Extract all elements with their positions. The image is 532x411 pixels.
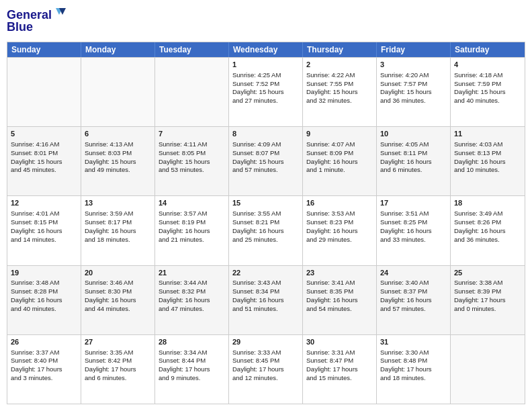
day-info: Daylight: 17 hours bbox=[159, 365, 225, 374]
day-info: Sunset: 8:21 PM bbox=[232, 218, 299, 227]
calendar-cell-empty bbox=[7, 58, 81, 126]
calendar-cell: 3Sunrise: 4:20 AMSunset: 7:57 PMDaylight… bbox=[377, 58, 451, 126]
day-number: 20 bbox=[85, 268, 151, 278]
day-info: and 54 minutes. bbox=[306, 305, 373, 314]
day-info: Sunrise: 3:31 AM bbox=[306, 349, 373, 357]
day-info: Sunrise: 4:16 AM bbox=[11, 140, 77, 149]
calendar-cell: 20Sunrise: 3:46 AMSunset: 8:30 PMDayligh… bbox=[81, 266, 155, 334]
day-of-week-header: Monday bbox=[81, 42, 155, 57]
day-info: and 53 minutes. bbox=[159, 166, 225, 175]
day-info: Sunset: 8:37 PM bbox=[380, 287, 447, 296]
calendar-cell: 5Sunrise: 4:16 AMSunset: 8:01 PMDaylight… bbox=[7, 127, 81, 195]
day-info: Sunrise: 4:11 AM bbox=[159, 140, 225, 149]
calendar-cell: 31Sunrise: 3:30 AMSunset: 8:48 PMDayligh… bbox=[377, 335, 451, 404]
day-info: and 25 minutes. bbox=[232, 236, 299, 244]
day-info: Sunrise: 3:43 AM bbox=[232, 279, 299, 287]
day-info: and 18 minutes. bbox=[85, 236, 151, 244]
calendar-row: 19Sunrise: 3:48 AMSunset: 8:28 PMDayligh… bbox=[7, 265, 525, 334]
day-info: and 1 minute. bbox=[306, 166, 373, 175]
day-info: and 49 minutes. bbox=[85, 166, 151, 175]
day-info: Sunrise: 3:49 AM bbox=[454, 210, 521, 218]
header: General Blue bbox=[7, 7, 525, 36]
day-info: Sunrise: 3:30 AM bbox=[380, 349, 447, 357]
day-number: 9 bbox=[306, 129, 373, 139]
day-info: Daylight: 15 hours bbox=[85, 158, 151, 167]
day-info: Daylight: 16 hours bbox=[380, 158, 447, 167]
calendar-cell: 16Sunrise: 3:53 AMSunset: 8:23 PMDayligh… bbox=[303, 196, 377, 265]
calendar-row: 1Sunrise: 4:25 AMSunset: 7:52 PMDaylight… bbox=[7, 57, 525, 126]
calendar-row: 5Sunrise: 4:16 AMSunset: 8:01 PMDaylight… bbox=[7, 126, 525, 195]
day-info: Sunset: 8:48 PM bbox=[380, 357, 447, 365]
calendar-cell: 19Sunrise: 3:48 AMSunset: 8:28 PMDayligh… bbox=[7, 266, 81, 334]
day-info: Sunrise: 3:41 AM bbox=[306, 279, 373, 287]
day-info: and 12 minutes. bbox=[232, 374, 299, 383]
day-info: Sunrise: 4:05 AM bbox=[380, 140, 447, 149]
day-info: Sunrise: 3:46 AM bbox=[85, 279, 151, 287]
day-of-week-header: Wednesday bbox=[229, 42, 303, 57]
day-info: and 57 minutes. bbox=[232, 166, 299, 175]
day-info: and 3 minutes. bbox=[11, 374, 77, 383]
day-info: Daylight: 15 hours bbox=[232, 88, 299, 97]
day-info: Daylight: 16 hours bbox=[454, 227, 521, 236]
day-info: Sunrise: 3:40 AM bbox=[380, 279, 447, 287]
day-info: Sunset: 8:23 PM bbox=[306, 218, 373, 227]
day-info: Sunrise: 3:44 AM bbox=[159, 279, 225, 287]
day-info: and 9 minutes. bbox=[159, 374, 225, 383]
day-info: Daylight: 16 hours bbox=[306, 296, 373, 305]
day-info: Sunset: 8:30 PM bbox=[85, 287, 151, 296]
day-info: Sunset: 8:19 PM bbox=[159, 218, 225, 227]
day-info: Sunset: 8:26 PM bbox=[454, 218, 521, 227]
day-number: 25 bbox=[454, 268, 521, 278]
day-number: 23 bbox=[306, 268, 373, 278]
day-info: Daylight: 15 hours bbox=[306, 88, 373, 97]
calendar-cell-empty bbox=[451, 335, 525, 404]
day-info: and 29 minutes. bbox=[306, 236, 373, 244]
day-info: Daylight: 16 hours bbox=[380, 227, 447, 236]
day-info: Sunrise: 4:09 AM bbox=[232, 140, 299, 149]
day-info: Daylight: 17 hours bbox=[85, 365, 151, 374]
day-of-week-header: Friday bbox=[377, 42, 451, 57]
day-info: Daylight: 16 hours bbox=[11, 296, 77, 305]
day-number: 3 bbox=[380, 60, 447, 70]
day-info: Sunset: 8:42 PM bbox=[85, 357, 151, 365]
calendar-cell: 1Sunrise: 4:25 AMSunset: 7:52 PMDaylight… bbox=[229, 58, 303, 126]
day-number: 28 bbox=[159, 337, 225, 347]
day-number: 2 bbox=[306, 60, 373, 70]
calendar-cell-empty bbox=[81, 58, 155, 126]
day-number: 18 bbox=[454, 198, 521, 208]
calendar-cell: 4Sunrise: 4:18 AMSunset: 7:59 PMDaylight… bbox=[451, 58, 525, 126]
day-info: Sunrise: 3:38 AM bbox=[454, 279, 521, 287]
day-number: 12 bbox=[11, 198, 77, 208]
calendar-cell: 8Sunrise: 4:09 AMSunset: 8:07 PMDaylight… bbox=[229, 127, 303, 195]
calendar-cell: 12Sunrise: 4:01 AMSunset: 8:15 PMDayligh… bbox=[7, 196, 81, 265]
day-number: 17 bbox=[380, 198, 447, 208]
calendar-cell: 9Sunrise: 4:07 AMSunset: 8:09 PMDaylight… bbox=[303, 127, 377, 195]
day-info: and 32 minutes. bbox=[306, 97, 373, 105]
day-info: and 57 minutes. bbox=[380, 305, 447, 314]
day-info: Daylight: 16 hours bbox=[380, 296, 447, 305]
calendar-cell: 21Sunrise: 3:44 AMSunset: 8:32 PMDayligh… bbox=[155, 266, 229, 334]
calendar-cell: 30Sunrise: 3:31 AMSunset: 8:47 PMDayligh… bbox=[303, 335, 377, 404]
day-info: and 27 minutes. bbox=[232, 97, 299, 105]
day-number: 30 bbox=[306, 337, 373, 347]
day-info: and 44 minutes. bbox=[85, 305, 151, 314]
calendar-cell: 2Sunrise: 4:22 AMSunset: 7:55 PMDaylight… bbox=[303, 58, 377, 126]
day-info: Sunset: 8:44 PM bbox=[159, 357, 225, 365]
day-info: Sunset: 8:11 PM bbox=[380, 149, 447, 158]
day-of-week-header: Tuesday bbox=[155, 42, 229, 57]
day-info: Sunset: 7:55 PM bbox=[306, 80, 373, 89]
calendar-cell-empty bbox=[155, 58, 229, 126]
calendar-row: 12Sunrise: 4:01 AMSunset: 8:15 PMDayligh… bbox=[7, 195, 525, 265]
day-info: and 40 minutes. bbox=[454, 97, 521, 105]
day-number: 29 bbox=[232, 337, 299, 347]
day-info: Sunrise: 4:07 AM bbox=[306, 140, 373, 149]
day-info: Sunset: 8:45 PM bbox=[232, 357, 299, 365]
day-info: Sunset: 8:47 PM bbox=[306, 357, 373, 365]
day-info: Sunset: 8:34 PM bbox=[232, 287, 299, 296]
day-info: and 51 minutes. bbox=[232, 305, 299, 314]
calendar-cell: 11Sunrise: 4:03 AMSunset: 8:13 PMDayligh… bbox=[451, 127, 525, 195]
calendar-cell: 25Sunrise: 3:38 AMSunset: 8:39 PMDayligh… bbox=[451, 266, 525, 334]
day-number: 31 bbox=[380, 337, 447, 347]
calendar-cell: 13Sunrise: 3:59 AMSunset: 8:17 PMDayligh… bbox=[81, 196, 155, 265]
calendar-cell: 10Sunrise: 4:05 AMSunset: 8:11 PMDayligh… bbox=[377, 127, 451, 195]
